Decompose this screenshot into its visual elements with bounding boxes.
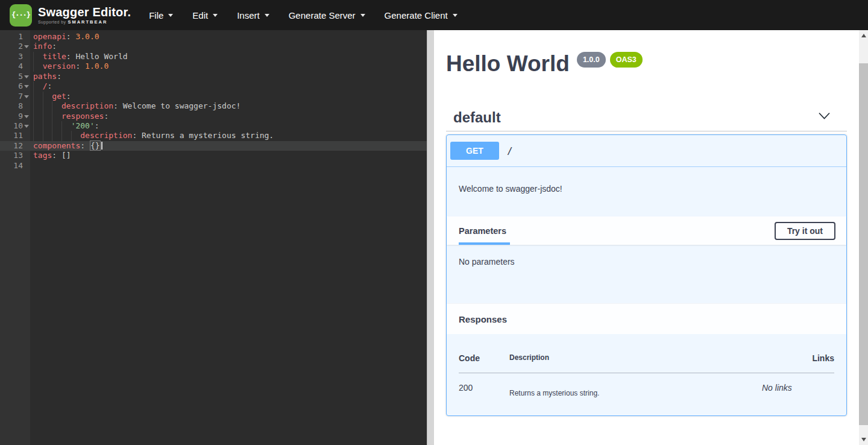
fold-toggle-icon[interactable] (23, 121, 30, 131)
code-text: get: (30, 92, 71, 101)
operation-summary[interactable]: GET / (447, 135, 846, 167)
token-punct: : (75, 62, 85, 71)
fold-gutter (23, 101, 30, 111)
indent-guides (33, 121, 71, 131)
fold-toggle-icon[interactable] (23, 72, 30, 81)
menu-label: Edit (192, 10, 208, 21)
indent-guides (33, 101, 61, 111)
line-number: 9 (0, 112, 23, 121)
operation-description: Welcome to swagger-jsdoc! (447, 167, 846, 216)
code-text (30, 161, 33, 171)
code-text: tags: [] (30, 151, 71, 160)
responses-title: Responses (459, 314, 507, 324)
fold-gutter (23, 62, 30, 71)
menu-generate-client[interactable]: Generate Client (375, 4, 467, 27)
code-line: 3title: Hello World (0, 52, 427, 62)
fold-arrow-icon (24, 125, 29, 128)
active-tab-underline (459, 242, 510, 245)
token-num: 1.0.0 (85, 62, 108, 71)
token-punct: : (113, 101, 123, 110)
token-punct: : (132, 131, 142, 140)
line-number: 14 (0, 161, 23, 171)
menu-file[interactable]: File (139, 4, 183, 27)
line-number: 10 (0, 121, 23, 131)
token-num: 3.0.0 (75, 32, 99, 41)
menu-label: Insert (237, 10, 260, 21)
vertical-scrollbar[interactable] (859, 30, 868, 445)
token-punct: : (47, 81, 52, 90)
token-key: openapi (33, 32, 66, 41)
fold-arrow-icon (24, 85, 29, 88)
yaml-editor[interactable]: 1openapi: 3.0.02info:3title: Hello World… (0, 30, 427, 445)
col-header-description: Description (509, 353, 762, 373)
code-text: paths: (30, 72, 61, 81)
try-it-out-button[interactable]: Try it out (775, 222, 835, 240)
code-line: 14 (0, 161, 427, 171)
fold-gutter (23, 52, 30, 62)
tag-name: default (453, 109, 501, 126)
line-number: 13 (0, 151, 23, 160)
col-header-links: Links (762, 353, 834, 373)
fold-toggle-icon[interactable] (23, 81, 30, 91)
line-number: 7 (0, 92, 23, 101)
tab-parameters[interactable]: Parameters (459, 226, 506, 236)
doc-content: Hello World 1.0.0 OAS3 default GET / (434, 52, 859, 416)
menu-generate-server[interactable]: Generate Server (279, 4, 375, 27)
token-punct: : (66, 52, 76, 61)
token-punct: : (66, 92, 71, 101)
line-number: 2 (0, 42, 23, 51)
fold-arrow-icon (24, 95, 29, 98)
oas3-badge: OAS3 (610, 52, 643, 68)
text-cursor (101, 142, 102, 150)
code-line: 4version: 1.0.0 (0, 62, 427, 71)
tag-section-default[interactable]: default (446, 104, 847, 131)
line-number: 11 (0, 131, 23, 140)
menu-label: Generate Server (289, 10, 356, 21)
method-badge-get: GET (450, 142, 499, 160)
code-text: description: Welcome to swagger-jsdoc! (30, 101, 241, 111)
code-text: info: (30, 42, 57, 51)
code-line: 10'200': (0, 121, 427, 131)
code-line: 12components: {} (0, 141, 427, 151)
fold-toggle-icon[interactable] (23, 92, 30, 101)
swagger-editor-logo[interactable]: {···} Swagger Editor. Supported bySMARTB… (0, 4, 131, 27)
code-line: 6/: (0, 81, 427, 91)
fold-gutter (23, 141, 30, 151)
fold-toggle-icon[interactable] (23, 112, 30, 121)
col-header-code: Code (459, 353, 509, 373)
code-line: 7get: (0, 92, 427, 101)
token-str: '200' (71, 121, 95, 130)
caret-down-icon (360, 14, 365, 17)
token-key: info (33, 42, 52, 51)
response-links: No links (762, 373, 834, 416)
menu-label: File (149, 10, 163, 21)
indent-guides (33, 92, 52, 101)
opblock-get: GET / Welcome to swagger-jsdoc! Paramete… (446, 134, 847, 416)
token-plain: Returns a mysterious string. (142, 131, 274, 140)
pane-splitter[interactable] (427, 30, 434, 445)
fold-arrow-icon (24, 115, 29, 118)
token-key: description (80, 131, 132, 140)
line-number: 3 (0, 52, 23, 62)
token-plain: Hello World (75, 52, 127, 61)
token-punct: : (66, 32, 76, 41)
scroll-up-icon[interactable] (859, 30, 868, 40)
token-punct: : (80, 141, 90, 150)
code-text: title: Hello World (30, 52, 128, 62)
swagger-logo-icon: {···} (10, 4, 32, 27)
menu-insert[interactable]: Insert (227, 4, 279, 27)
line-number: 1 (0, 32, 23, 42)
line-number: 6 (0, 81, 23, 91)
line-number: 5 (0, 72, 23, 81)
fold-toggle-icon[interactable] (23, 42, 30, 51)
code-text: '200': (30, 121, 99, 131)
menu-edit[interactable]: Edit (183, 4, 227, 27)
responses-header: Responses (447, 303, 846, 334)
scrollbar-thumb[interactable] (859, 63, 868, 425)
response-row: 200Returns a mysterious string.No links (459, 373, 834, 416)
code-text: responses: (30, 112, 108, 121)
code-line: 1openapi: 3.0.0 (0, 32, 427, 42)
scroll-down-icon[interactable] (859, 435, 868, 445)
token-punct: : (95, 121, 99, 130)
code-line: 13tags: [] (0, 151, 427, 160)
